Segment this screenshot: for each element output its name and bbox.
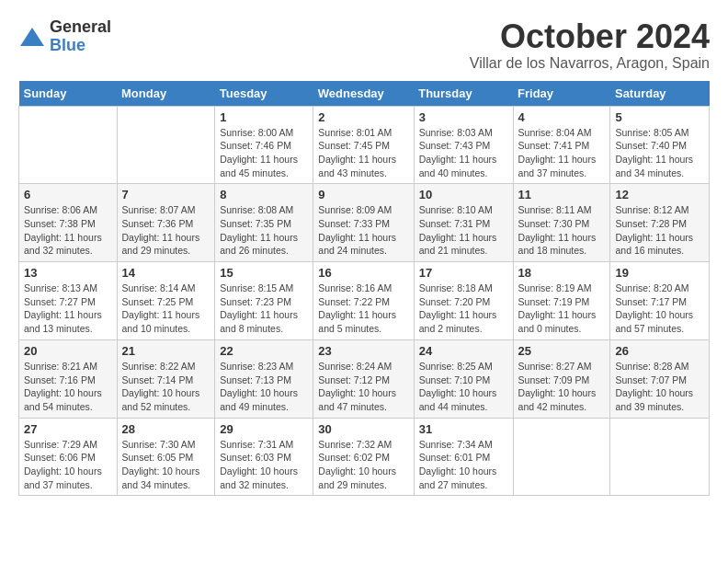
calendar-week-row: 13Sunrise: 8:13 AM Sunset: 7:27 PM Dayli…: [19, 262, 710, 340]
calendar-cell: 7Sunrise: 8:07 AM Sunset: 7:36 PM Daylig…: [117, 184, 215, 262]
day-number: 24: [419, 344, 508, 358]
calendar-cell: [19, 106, 118, 184]
weekday-header: Sunday: [19, 81, 118, 107]
calendar-cell: 17Sunrise: 8:18 AM Sunset: 7:20 PM Dayli…: [414, 262, 513, 340]
calendar-cell: 9Sunrise: 8:09 AM Sunset: 7:33 PM Daylig…: [313, 184, 414, 262]
day-number: 23: [318, 344, 408, 358]
calendar-cell: 24Sunrise: 8:25 AM Sunset: 7:10 PM Dayli…: [414, 339, 513, 418]
day-number: 29: [220, 422, 308, 436]
calendar-cell: 5Sunrise: 8:05 AM Sunset: 7:40 PM Daylig…: [610, 106, 710, 184]
calendar-cell: 12Sunrise: 8:12 AM Sunset: 7:28 PM Dayli…: [610, 184, 710, 262]
day-detail: Sunrise: 7:34 AM Sunset: 6:01 PM Dayligh…: [419, 438, 508, 492]
day-detail: Sunrise: 8:22 AM Sunset: 7:14 PM Dayligh…: [122, 360, 210, 414]
calendar-cell: 28Sunrise: 7:30 AM Sunset: 6:05 PM Dayli…: [117, 418, 215, 496]
day-number: 2: [318, 110, 408, 124]
calendar-cell: 27Sunrise: 7:29 AM Sunset: 6:06 PM Dayli…: [19, 418, 118, 496]
calendar-week-row: 27Sunrise: 7:29 AM Sunset: 6:06 PM Dayli…: [19, 418, 710, 496]
day-number: 8: [220, 188, 308, 201]
day-number: 17: [419, 266, 508, 280]
month-title: October 2024: [470, 18, 710, 55]
day-number: 21: [122, 344, 210, 358]
logo-icon: [18, 23, 46, 51]
calendar-cell: 1Sunrise: 8:00 AM Sunset: 7:46 PM Daylig…: [215, 106, 313, 184]
day-number: 4: [518, 110, 606, 124]
day-detail: Sunrise: 8:27 AM Sunset: 7:09 PM Dayligh…: [518, 360, 606, 414]
day-number: 3: [419, 110, 508, 124]
title-area: October 2024 Villar de los Navarros, Ara…: [470, 18, 710, 72]
day-number: 9: [318, 188, 408, 201]
calendar-cell: 20Sunrise: 8:21 AM Sunset: 7:16 PM Dayli…: [19, 339, 118, 418]
day-detail: Sunrise: 8:28 AM Sunset: 7:07 PM Dayligh…: [615, 360, 704, 414]
weekday-header: Wednesday: [313, 81, 414, 107]
day-number: 27: [24, 422, 112, 436]
calendar-cell: [513, 418, 610, 496]
day-detail: Sunrise: 7:32 AM Sunset: 6:02 PM Dayligh…: [318, 438, 408, 492]
calendar-cell: 13Sunrise: 8:13 AM Sunset: 7:27 PM Dayli…: [19, 262, 118, 340]
day-detail: Sunrise: 8:01 AM Sunset: 7:45 PM Dayligh…: [318, 126, 408, 180]
day-detail: Sunrise: 8:13 AM Sunset: 7:27 PM Dayligh…: [24, 282, 112, 336]
calendar-cell: 30Sunrise: 7:32 AM Sunset: 6:02 PM Dayli…: [313, 418, 414, 496]
calendar-cell: 19Sunrise: 8:20 AM Sunset: 7:17 PM Dayli…: [610, 262, 710, 340]
calendar-cell: [610, 418, 710, 496]
logo-general: General: [50, 18, 111, 37]
calendar-cell: 2Sunrise: 8:01 AM Sunset: 7:45 PM Daylig…: [313, 106, 414, 184]
calendar-cell: 18Sunrise: 8:19 AM Sunset: 7:19 PM Dayli…: [513, 262, 610, 340]
calendar-cell: 4Sunrise: 8:04 AM Sunset: 7:41 PM Daylig…: [513, 106, 610, 184]
day-detail: Sunrise: 7:30 AM Sunset: 6:05 PM Dayligh…: [122, 438, 210, 492]
calendar-cell: 16Sunrise: 8:16 AM Sunset: 7:22 PM Dayli…: [313, 262, 414, 340]
day-detail: Sunrise: 8:12 AM Sunset: 7:28 PM Dayligh…: [615, 203, 704, 258]
day-detail: Sunrise: 8:07 AM Sunset: 7:36 PM Dayligh…: [122, 203, 210, 258]
day-number: 25: [518, 344, 606, 358]
calendar-cell: [117, 106, 215, 184]
calendar-cell: 21Sunrise: 8:22 AM Sunset: 7:14 PM Dayli…: [117, 339, 215, 418]
calendar-cell: 11Sunrise: 8:11 AM Sunset: 7:30 PM Dayli…: [513, 184, 610, 262]
calendar-cell: 23Sunrise: 8:24 AM Sunset: 7:12 PM Dayli…: [313, 339, 414, 418]
logo: General Blue: [18, 18, 111, 55]
day-detail: Sunrise: 8:04 AM Sunset: 7:41 PM Dayligh…: [518, 126, 606, 180]
day-number: 7: [122, 188, 210, 201]
calendar-week-row: 1Sunrise: 8:00 AM Sunset: 7:46 PM Daylig…: [19, 106, 710, 184]
calendar-table: SundayMondayTuesdayWednesdayThursdayFrid…: [18, 81, 710, 497]
weekday-header: Tuesday: [215, 81, 313, 107]
weekday-header: Saturday: [610, 81, 710, 107]
day-detail: Sunrise: 8:21 AM Sunset: 7:16 PM Dayligh…: [24, 360, 112, 414]
weekday-header-row: SundayMondayTuesdayWednesdayThursdayFrid…: [19, 81, 710, 107]
weekday-header: Monday: [117, 81, 215, 107]
calendar-week-row: 6Sunrise: 8:06 AM Sunset: 7:38 PM Daylig…: [19, 184, 710, 262]
day-detail: Sunrise: 8:16 AM Sunset: 7:22 PM Dayligh…: [318, 282, 408, 336]
day-number: 13: [24, 266, 112, 280]
day-detail: Sunrise: 7:29 AM Sunset: 6:06 PM Dayligh…: [24, 438, 112, 492]
location: Villar de los Navarros, Aragon, Spain: [470, 55, 710, 72]
calendar-cell: 3Sunrise: 8:03 AM Sunset: 7:43 PM Daylig…: [414, 106, 513, 184]
day-detail: Sunrise: 8:14 AM Sunset: 7:25 PM Dayligh…: [122, 282, 210, 336]
calendar-week-row: 20Sunrise: 8:21 AM Sunset: 7:16 PM Dayli…: [19, 339, 710, 418]
day-detail: Sunrise: 8:09 AM Sunset: 7:33 PM Dayligh…: [318, 203, 408, 258]
logo-blue: Blue: [50, 37, 111, 55]
calendar-cell: 15Sunrise: 8:15 AM Sunset: 7:23 PM Dayli…: [215, 262, 313, 340]
day-detail: Sunrise: 8:20 AM Sunset: 7:17 PM Dayligh…: [615, 282, 704, 336]
calendar-cell: 8Sunrise: 8:08 AM Sunset: 7:35 PM Daylig…: [215, 184, 313, 262]
calendar-cell: 29Sunrise: 7:31 AM Sunset: 6:03 PM Dayli…: [215, 418, 313, 496]
calendar-cell: 31Sunrise: 7:34 AM Sunset: 6:01 PM Dayli…: [414, 418, 513, 496]
day-detail: Sunrise: 8:03 AM Sunset: 7:43 PM Dayligh…: [419, 126, 508, 180]
calendar-cell: 14Sunrise: 8:14 AM Sunset: 7:25 PM Dayli…: [117, 262, 215, 340]
day-detail: Sunrise: 8:15 AM Sunset: 7:23 PM Dayligh…: [220, 282, 308, 336]
day-detail: Sunrise: 8:06 AM Sunset: 7:38 PM Dayligh…: [24, 203, 112, 258]
calendar-cell: 26Sunrise: 8:28 AM Sunset: 7:07 PM Dayli…: [610, 339, 710, 418]
weekday-header: Friday: [513, 81, 610, 107]
day-number: 19: [615, 266, 704, 280]
page-header: General Blue October 2024 Villar de los …: [18, 18, 710, 72]
day-detail: Sunrise: 8:08 AM Sunset: 7:35 PM Dayligh…: [220, 203, 308, 258]
weekday-header: Thursday: [414, 81, 513, 107]
calendar-cell: 6Sunrise: 8:06 AM Sunset: 7:38 PM Daylig…: [19, 184, 118, 262]
day-number: 18: [518, 266, 606, 280]
calendar-cell: 22Sunrise: 8:23 AM Sunset: 7:13 PM Dayli…: [215, 339, 313, 418]
day-number: 1: [220, 110, 308, 124]
day-number: 6: [24, 188, 112, 201]
logo-text: General Blue: [50, 18, 111, 55]
day-detail: Sunrise: 8:24 AM Sunset: 7:12 PM Dayligh…: [318, 360, 408, 414]
day-number: 31: [419, 422, 508, 436]
day-detail: Sunrise: 8:05 AM Sunset: 7:40 PM Dayligh…: [615, 126, 704, 180]
svg-marker-0: [20, 28, 44, 46]
calendar-cell: 25Sunrise: 8:27 AM Sunset: 7:09 PM Dayli…: [513, 339, 610, 418]
